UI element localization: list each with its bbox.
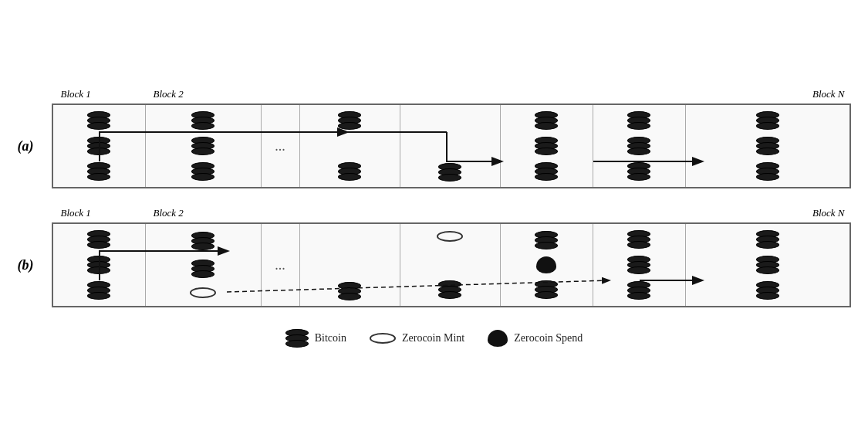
block-mid1-a xyxy=(300,105,400,187)
coin-bn2-3 xyxy=(627,281,650,300)
legend-zerocoin-mint-icon xyxy=(370,333,396,344)
block-mid1-b xyxy=(300,224,400,306)
coin-bn2-1 xyxy=(627,230,650,249)
label-b: (b) xyxy=(18,257,41,273)
zerocoin-spend-n1 xyxy=(536,256,556,273)
diagram-a: (a) Block 1 Block 2 Block N xyxy=(18,104,851,188)
coin-stack-2a-1 xyxy=(191,111,214,130)
coin-1b-2 xyxy=(87,256,110,274)
coin-bn1-3 xyxy=(535,280,558,299)
coin-n1-1 xyxy=(535,111,558,130)
coin-2b-2 xyxy=(191,260,214,278)
coin-mid1-2 xyxy=(338,162,361,181)
legend-bitcoin-label: Bitcoin xyxy=(315,332,346,344)
coin-stack-1a-2 xyxy=(87,137,110,155)
block2-a xyxy=(146,105,262,187)
coin-n1-3 xyxy=(535,162,558,181)
blockn-header-b: Block N xyxy=(812,207,845,219)
coin-nb-1 xyxy=(756,230,779,249)
blockchain-b: Block 1 Block 2 Block N xyxy=(52,222,851,307)
label-a: (a) xyxy=(18,138,41,154)
zerocoin-mint-block2 xyxy=(190,287,216,298)
block2-b xyxy=(146,224,262,306)
coin-nb-2 xyxy=(756,256,779,274)
coin-n-3 xyxy=(756,162,779,181)
coin-n2-3 xyxy=(627,162,650,181)
ellipsis-b: ... xyxy=(262,224,300,306)
block1-header-b: Block 1 xyxy=(61,207,91,219)
coin-stack-1a-1 xyxy=(87,111,110,130)
legend-zerocoin-spend-icon xyxy=(488,330,508,347)
legend-zerocoin-spend-label: Zerocoin Spend xyxy=(514,332,583,344)
block-n1-b xyxy=(501,224,593,306)
coin-mid1-1 xyxy=(338,111,361,130)
block-mid2-a xyxy=(400,105,501,187)
main-container: (a) Block 1 Block 2 Block N xyxy=(18,83,851,348)
legend-zerocoin-mint-label: Zerocoin Mint xyxy=(402,332,464,344)
block-n2-b xyxy=(593,224,686,306)
block-n-b xyxy=(686,224,849,306)
block2-header-b: Block 2 xyxy=(154,207,184,219)
coin-mb2-1 xyxy=(438,280,461,299)
block-n-a xyxy=(686,105,849,187)
block2-header-a: Block 2 xyxy=(154,88,184,100)
ellipsis-a: ... xyxy=(262,105,300,187)
coin-n-1 xyxy=(756,111,779,130)
coin-stack-2a-2 xyxy=(191,137,214,155)
coin-1b-1 xyxy=(87,230,110,249)
legend-zerocoin-mint: Zerocoin Mint xyxy=(370,332,464,344)
blockn-header-a: Block N xyxy=(812,88,845,100)
block1-header-a: Block 1 xyxy=(61,88,91,100)
coin-1b-3 xyxy=(87,281,110,300)
block-mid2-b xyxy=(400,224,501,306)
coin-bn2-2 xyxy=(627,256,650,274)
legend-bitcoin: Bitcoin xyxy=(285,329,346,348)
coin-stack-2a-3 xyxy=(191,162,214,181)
legend-zerocoin-spend: Zerocoin Spend xyxy=(488,330,583,347)
coin-n2-1 xyxy=(627,111,650,130)
legend: Bitcoin Zerocoin Mint Zerocoin Spend xyxy=(18,329,851,348)
legend-bitcoin-icon xyxy=(285,329,309,348)
block1-b xyxy=(53,224,146,306)
coin-bn1-1 xyxy=(535,231,558,249)
coin-mb1-1 xyxy=(338,282,361,300)
coin-nb-3 xyxy=(756,281,779,300)
coin-n2-2 xyxy=(627,137,650,155)
block1-a xyxy=(53,105,146,187)
coin-stack-1a-3 xyxy=(87,162,110,181)
block-n2-a xyxy=(593,105,686,187)
coin-n1-2 xyxy=(535,137,558,155)
block-n1-a xyxy=(501,105,593,187)
coin-n-2 xyxy=(756,137,779,155)
zerocoin-mint-mid2 xyxy=(437,231,463,242)
coin-2b-1 xyxy=(191,232,214,250)
coin-mid2-1 xyxy=(438,163,461,182)
diagram-b: (b) Block 1 Block 2 Block N xyxy=(18,222,851,307)
blockchain-a: Block 1 Block 2 Block N xyxy=(52,104,851,188)
